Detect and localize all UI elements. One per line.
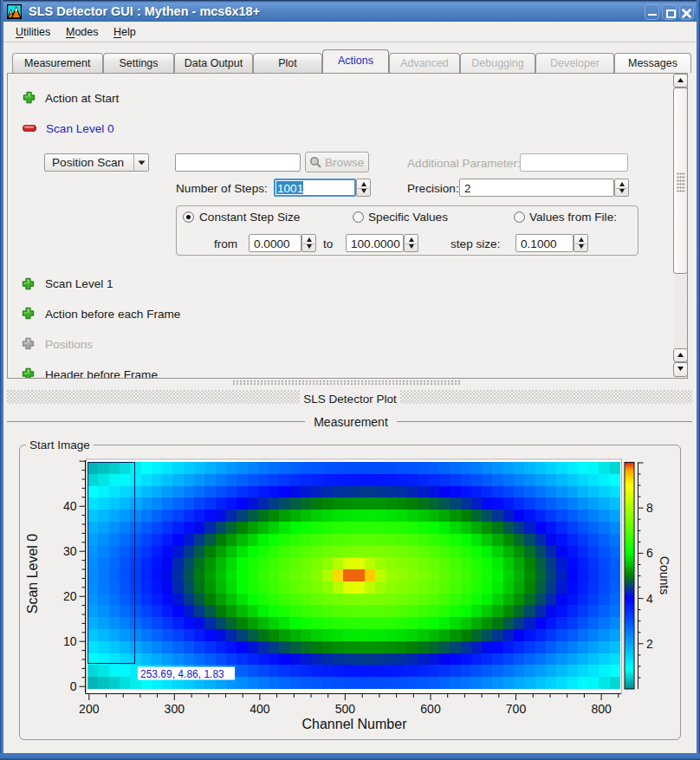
svg-text:2: 2 — [646, 637, 653, 651]
svg-text:0: 0 — [70, 679, 77, 693]
svg-text:20: 20 — [63, 589, 77, 603]
svg-text:8: 8 — [646, 501, 653, 515]
svg-text:40: 40 — [63, 499, 77, 513]
svg-text:Channel Number: Channel Number — [302, 717, 408, 731]
svg-text:300: 300 — [165, 702, 185, 716]
svg-text:Counts: Counts — [658, 556, 671, 594]
svg-text:6: 6 — [646, 546, 653, 560]
svg-text:200: 200 — [79, 702, 100, 716]
svg-text:253.69, 4.86, 1.83: 253.69, 4.86, 1.83 — [140, 668, 224, 680]
svg-text:500: 500 — [335, 702, 356, 716]
svg-text:600: 600 — [420, 702, 441, 716]
svg-text:400: 400 — [250, 702, 270, 716]
svg-text:4: 4 — [646, 592, 653, 606]
svg-text:30: 30 — [63, 544, 77, 558]
svg-text:Scan Level 0: Scan Level 0 — [25, 534, 40, 614]
svg-text:10: 10 — [63, 634, 77, 648]
svg-text:700: 700 — [506, 702, 527, 716]
svg-text:800: 800 — [591, 702, 612, 716]
